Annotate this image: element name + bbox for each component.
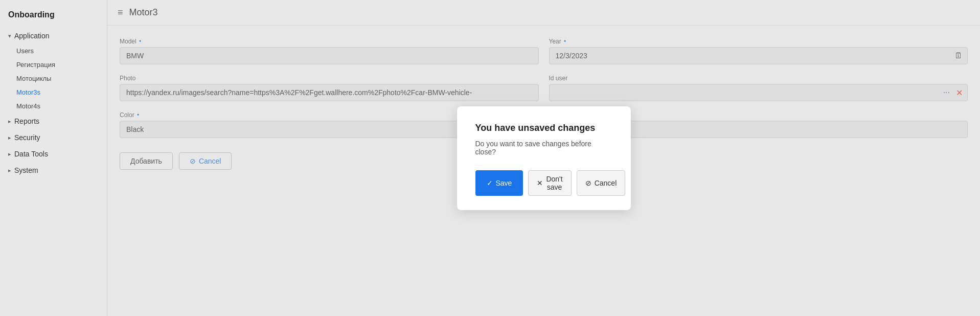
sidebar-item-motorcycles[interactable]: Мотоциклы — [0, 72, 107, 85]
sidebar-section-application-items: Users Регистрация Мотоциклы Motor3s Moto… — [0, 44, 107, 113]
sidebar-section-system-label: System — [14, 166, 38, 174]
chevron-data-tools-icon: ▸ — [8, 151, 11, 157]
chevron-reports-icon: ▸ — [8, 118, 11, 125]
sidebar-section-application-header[interactable]: ▾ Application — [0, 28, 107, 44]
sidebar-section-application: ▾ Application Users Регистрация Мотоцикл… — [0, 28, 107, 113]
dont-save-x-icon: ✕ — [537, 179, 543, 187]
sidebar-item-registration[interactable]: Регистрация — [0, 58, 107, 72]
chevron-application-icon: ▾ — [8, 33, 11, 39]
sidebar-section-system-header[interactable]: ▸ System — [0, 162, 107, 178]
sidebar-section-application-label: Application — [14, 32, 50, 40]
sidebar-section-data-tools-label: Data Tools — [14, 150, 48, 158]
chevron-security-icon: ▸ — [8, 134, 11, 141]
sidebar-section-reports: ▸ Reports — [0, 113, 107, 129]
modal-save-button[interactable]: ✓ Save — [475, 170, 523, 196]
sidebar-title: Onboarding — [0, 6, 107, 28]
sidebar-section-data-tools: ▸ Data Tools — [0, 146, 107, 162]
sidebar-item-motor3s[interactable]: Motor3s — [0, 85, 107, 99]
modal-buttons: ✓ Save ✕ Don't save ⊘ Cancel — [475, 170, 612, 196]
save-check-icon: ✓ — [487, 179, 493, 187]
modal-cancel-button[interactable]: ⊘ Cancel — [577, 170, 626, 196]
modal-title: You have unsaved changes — [475, 123, 612, 133]
chevron-system-icon: ▸ — [8, 167, 11, 174]
main-content: ≡ Motor3 Model • Year • 🗓 — [107, 0, 980, 316]
sidebar-section-reports-label: Reports — [14, 117, 39, 125]
sidebar-section-security-header[interactable]: ▸ Security — [0, 129, 107, 146]
sidebar-section-data-tools-header[interactable]: ▸ Data Tools — [0, 146, 107, 162]
modal-dont-save-button[interactable]: ✕ Don't save — [528, 170, 571, 196]
modal-overlay: You have unsaved changes Do you want to … — [107, 0, 980, 316]
sidebar: Onboarding ▾ Application Users Регистрац… — [0, 0, 107, 316]
sidebar-item-motor4s[interactable]: Motor4s — [0, 99, 107, 113]
modal-dialog: You have unsaved changes Do you want to … — [457, 106, 631, 210]
sidebar-item-users[interactable]: Users — [0, 44, 107, 58]
sidebar-section-security: ▸ Security — [0, 129, 107, 146]
modal-cancel-icon: ⊘ — [585, 179, 591, 187]
sidebar-section-security-label: Security — [14, 133, 40, 142]
modal-message: Do you want to save changes before close… — [475, 140, 612, 156]
sidebar-section-system: ▸ System — [0, 162, 107, 178]
sidebar-section-reports-header[interactable]: ▸ Reports — [0, 113, 107, 129]
